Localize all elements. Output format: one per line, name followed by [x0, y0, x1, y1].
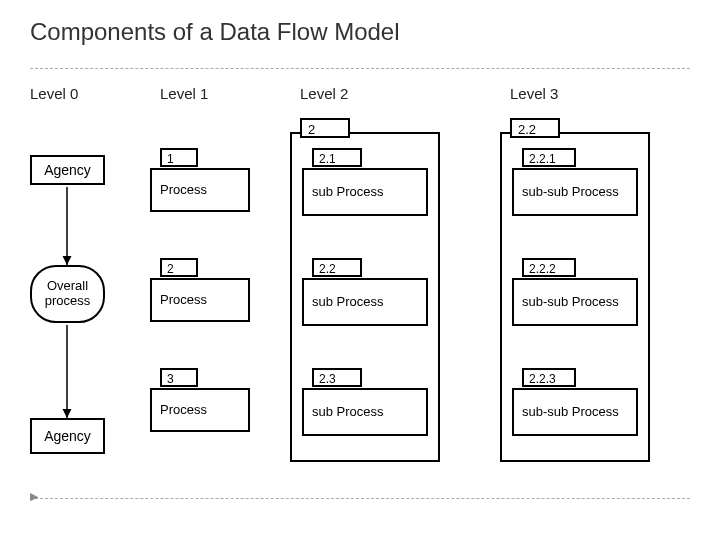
divider-top	[30, 68, 690, 69]
process-label: Process	[150, 168, 250, 212]
process-overall: Overall process	[30, 265, 105, 323]
level-header-2: Level 2	[300, 85, 348, 102]
process-label: Process	[150, 278, 250, 322]
process-label: sub-sub Process	[512, 278, 638, 326]
diagram-title: Components of a Data Flow Model	[30, 18, 400, 46]
process-label: sub Process	[302, 388, 428, 436]
process-id: 2.2.2	[522, 258, 576, 277]
play-marker-icon: ▶	[30, 490, 38, 503]
level2-header-tag: 2	[300, 118, 350, 138]
level-header-1: Level 1	[160, 85, 208, 102]
process-label: sub-sub Process	[512, 168, 638, 216]
process-id: 2.3	[312, 368, 362, 387]
process-label: Process	[150, 388, 250, 432]
level-header-3: Level 3	[510, 85, 558, 102]
level3-header-tag: 2.2	[510, 118, 560, 138]
process-id: 2.1	[312, 148, 362, 167]
process-id: 2.2	[312, 258, 362, 277]
process-id: 3	[160, 368, 198, 387]
external-entity-agency-bottom: Agency	[30, 418, 105, 454]
process-id: 2.2.1	[522, 148, 576, 167]
external-entity-agency-top: Agency	[30, 155, 105, 185]
level-header-0: Level 0	[30, 85, 78, 102]
process-label: sub Process	[302, 278, 428, 326]
process-label: sub-sub Process	[512, 388, 638, 436]
process-id: 2	[160, 258, 198, 277]
process-label: sub Process	[302, 168, 428, 216]
process-id: 1	[160, 148, 198, 167]
divider-bottom	[30, 498, 690, 499]
process-id: 2.2.3	[522, 368, 576, 387]
